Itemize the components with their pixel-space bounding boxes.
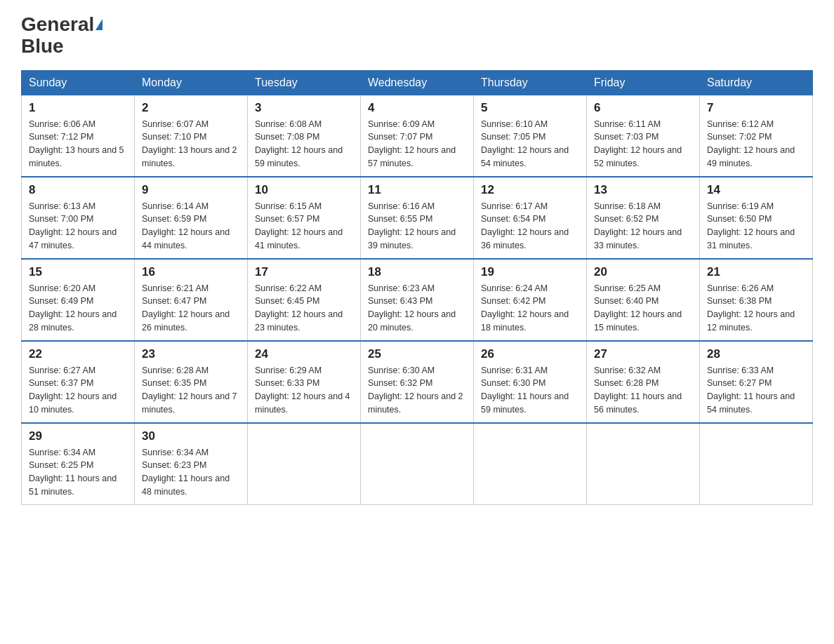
day-number: 27 (594, 347, 692, 361)
day-number: 8 (29, 183, 127, 197)
day-info: Sunrise: 6:31 AM Sunset: 6:30 PM Dayligh… (481, 364, 579, 417)
calendar-week-row: 22 Sunrise: 6:27 AM Sunset: 6:37 PM Dayl… (22, 341, 813, 423)
day-info: Sunrise: 6:22 AM Sunset: 6:45 PM Dayligh… (255, 282, 353, 335)
day-info: Sunrise: 6:09 AM Sunset: 7:07 PM Dayligh… (368, 118, 466, 170)
day-info: Sunrise: 6:34 AM Sunset: 6:25 PM Dayligh… (29, 446, 127, 499)
day-number: 10 (255, 183, 353, 197)
day-number: 29 (29, 429, 127, 443)
day-info: Sunrise: 6:26 AM Sunset: 6:38 PM Dayligh… (707, 282, 805, 335)
table-row: 27 Sunrise: 6:32 AM Sunset: 6:28 PM Dayl… (587, 341, 700, 423)
day-info: Sunrise: 6:10 AM Sunset: 7:05 PM Dayligh… (481, 118, 579, 170)
table-row: 20 Sunrise: 6:25 AM Sunset: 6:40 PM Dayl… (587, 259, 700, 341)
day-info: Sunrise: 6:19 AM Sunset: 6:50 PM Dayligh… (707, 200, 805, 253)
page-header: General Blue (21, 14, 813, 58)
day-number: 9 (142, 183, 240, 197)
table-row: 22 Sunrise: 6:27 AM Sunset: 6:37 PM Dayl… (22, 341, 135, 423)
day-number: 21 (707, 265, 805, 279)
calendar-table: Sunday Monday Tuesday Wednesday Thursday… (21, 70, 813, 505)
table-row: 30 Sunrise: 6:34 AM Sunset: 6:23 PM Dayl… (135, 423, 248, 505)
table-row (474, 423, 587, 505)
table-row: 17 Sunrise: 6:22 AM Sunset: 6:45 PM Dayl… (248, 259, 361, 341)
table-row: 24 Sunrise: 6:29 AM Sunset: 6:33 PM Dayl… (248, 341, 361, 423)
table-row: 6 Sunrise: 6:11 AM Sunset: 7:03 PM Dayli… (587, 95, 700, 177)
logo-blue: Blue (21, 36, 64, 58)
table-row: 12 Sunrise: 6:17 AM Sunset: 6:54 PM Dayl… (474, 177, 587, 259)
table-row: 13 Sunrise: 6:18 AM Sunset: 6:52 PM Dayl… (587, 177, 700, 259)
day-number: 19 (481, 265, 579, 279)
table-row: 5 Sunrise: 6:10 AM Sunset: 7:05 PM Dayli… (474, 95, 587, 177)
table-row: 2 Sunrise: 6:07 AM Sunset: 7:10 PM Dayli… (135, 95, 248, 177)
logo: General Blue (21, 14, 102, 58)
table-row: 25 Sunrise: 6:30 AM Sunset: 6:32 PM Dayl… (361, 341, 474, 423)
day-number: 23 (142, 347, 240, 361)
table-row: 4 Sunrise: 6:09 AM Sunset: 7:07 PM Dayli… (361, 95, 474, 177)
day-number: 5 (481, 101, 579, 115)
day-info: Sunrise: 6:27 AM Sunset: 6:37 PM Dayligh… (29, 364, 127, 417)
day-info: Sunrise: 6:25 AM Sunset: 6:40 PM Dayligh… (594, 282, 692, 335)
table-row: 19 Sunrise: 6:24 AM Sunset: 6:42 PM Dayl… (474, 259, 587, 341)
day-number: 3 (255, 101, 353, 115)
calendar-week-row: 1 Sunrise: 6:06 AM Sunset: 7:12 PM Dayli… (22, 95, 813, 177)
day-number: 20 (594, 265, 692, 279)
day-number: 30 (142, 429, 240, 443)
table-row: 21 Sunrise: 6:26 AM Sunset: 6:38 PM Dayl… (700, 259, 813, 341)
table-row: 14 Sunrise: 6:19 AM Sunset: 6:50 PM Dayl… (700, 177, 813, 259)
day-info: Sunrise: 6:06 AM Sunset: 7:12 PM Dayligh… (29, 118, 127, 170)
day-number: 11 (368, 183, 466, 197)
col-sunday: Sunday (22, 70, 135, 95)
day-info: Sunrise: 6:16 AM Sunset: 6:55 PM Dayligh… (368, 200, 466, 253)
table-row: 9 Sunrise: 6:14 AM Sunset: 6:59 PM Dayli… (135, 177, 248, 259)
col-wednesday: Wednesday (361, 70, 474, 95)
col-saturday: Saturday (700, 70, 813, 95)
col-thursday: Thursday (474, 70, 587, 95)
day-info: Sunrise: 6:14 AM Sunset: 6:59 PM Dayligh… (142, 200, 240, 253)
table-row: 16 Sunrise: 6:21 AM Sunset: 6:47 PM Dayl… (135, 259, 248, 341)
logo-triangle-icon (95, 19, 102, 30)
day-number: 15 (29, 265, 127, 279)
day-number: 26 (481, 347, 579, 361)
table-row: 1 Sunrise: 6:06 AM Sunset: 7:12 PM Dayli… (22, 95, 135, 177)
calendar-header-row: Sunday Monday Tuesday Wednesday Thursday… (22, 70, 813, 95)
day-number: 6 (594, 101, 692, 115)
calendar-week-row: 29 Sunrise: 6:34 AM Sunset: 6:25 PM Dayl… (22, 423, 813, 505)
table-row: 11 Sunrise: 6:16 AM Sunset: 6:55 PM Dayl… (361, 177, 474, 259)
day-info: Sunrise: 6:23 AM Sunset: 6:43 PM Dayligh… (368, 282, 466, 335)
table-row (361, 423, 474, 505)
day-info: Sunrise: 6:11 AM Sunset: 7:03 PM Dayligh… (594, 118, 692, 170)
day-number: 12 (481, 183, 579, 197)
col-friday: Friday (587, 70, 700, 95)
day-info: Sunrise: 6:13 AM Sunset: 7:00 PM Dayligh… (29, 200, 127, 253)
day-info: Sunrise: 6:20 AM Sunset: 6:49 PM Dayligh… (29, 282, 127, 335)
day-info: Sunrise: 6:28 AM Sunset: 6:35 PM Dayligh… (142, 364, 240, 417)
table-row: 7 Sunrise: 6:12 AM Sunset: 7:02 PM Dayli… (700, 95, 813, 177)
day-info: Sunrise: 6:34 AM Sunset: 6:23 PM Dayligh… (142, 446, 240, 499)
day-number: 4 (368, 101, 466, 115)
day-info: Sunrise: 6:33 AM Sunset: 6:27 PM Dayligh… (707, 364, 805, 417)
table-row: 3 Sunrise: 6:08 AM Sunset: 7:08 PM Dayli… (248, 95, 361, 177)
day-number: 18 (368, 265, 466, 279)
day-info: Sunrise: 6:21 AM Sunset: 6:47 PM Dayligh… (142, 282, 240, 335)
table-row (248, 423, 361, 505)
table-row: 18 Sunrise: 6:23 AM Sunset: 6:43 PM Dayl… (361, 259, 474, 341)
day-number: 28 (707, 347, 805, 361)
table-row: 29 Sunrise: 6:34 AM Sunset: 6:25 PM Dayl… (22, 423, 135, 505)
day-info: Sunrise: 6:24 AM Sunset: 6:42 PM Dayligh… (481, 282, 579, 335)
day-number: 22 (29, 347, 127, 361)
logo-general: General (21, 14, 94, 36)
day-number: 1 (29, 101, 127, 115)
table-row: 8 Sunrise: 6:13 AM Sunset: 7:00 PM Dayli… (22, 177, 135, 259)
table-row: 26 Sunrise: 6:31 AM Sunset: 6:30 PM Dayl… (474, 341, 587, 423)
day-info: Sunrise: 6:17 AM Sunset: 6:54 PM Dayligh… (481, 200, 579, 253)
day-number: 13 (594, 183, 692, 197)
day-info: Sunrise: 6:30 AM Sunset: 6:32 PM Dayligh… (368, 364, 466, 417)
day-info: Sunrise: 6:12 AM Sunset: 7:02 PM Dayligh… (707, 118, 805, 170)
day-info: Sunrise: 6:08 AM Sunset: 7:08 PM Dayligh… (255, 118, 353, 170)
day-number: 14 (707, 183, 805, 197)
day-info: Sunrise: 6:07 AM Sunset: 7:10 PM Dayligh… (142, 118, 240, 170)
table-row: 10 Sunrise: 6:15 AM Sunset: 6:57 PM Dayl… (248, 177, 361, 259)
day-number: 24 (255, 347, 353, 361)
day-info: Sunrise: 6:15 AM Sunset: 6:57 PM Dayligh… (255, 200, 353, 253)
day-info: Sunrise: 6:18 AM Sunset: 6:52 PM Dayligh… (594, 200, 692, 253)
table-row: 23 Sunrise: 6:28 AM Sunset: 6:35 PM Dayl… (135, 341, 248, 423)
col-tuesday: Tuesday (248, 70, 361, 95)
